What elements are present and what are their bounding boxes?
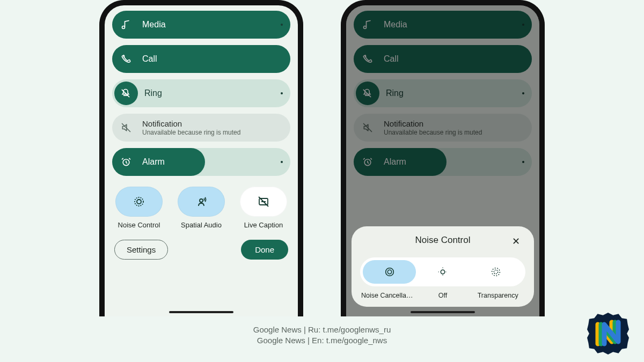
volume-fill-call (112, 45, 290, 73)
volume-label: Notification (142, 119, 240, 128)
volume-label: Call (142, 54, 157, 64)
phone-icon (121, 54, 131, 64)
volume-row-media[interactable]: Media (112, 11, 290, 39)
done-button[interactable]: Done (241, 240, 288, 260)
alarm-icon (121, 157, 131, 167)
svg-point-2 (135, 197, 143, 206)
noise-control-segmented (360, 257, 525, 286)
home-indicator[interactable] (411, 311, 475, 313)
settings-button[interactable]: Settings (114, 240, 168, 260)
phone-left: Media Call (99, 0, 303, 316)
noise-control-sheet: Noise Control ✕ (352, 226, 534, 307)
close-icon: ✕ (512, 236, 520, 247)
chip-spatial-audio[interactable] (178, 187, 225, 217)
option-noise-cancellation[interactable] (363, 260, 416, 284)
volume-off-icon (121, 122, 131, 133)
volume-label: Ring (144, 88, 162, 98)
volume-row-ring[interactable]: Ring (112, 79, 290, 107)
phone-right: Media Call (341, 0, 545, 316)
chip-label: Noise Control (118, 221, 160, 229)
chip-label: Spatial Audio (181, 221, 222, 229)
svg-point-10 (492, 268, 500, 276)
attribution-text: Google News | Ru: t.me/googlenws_ru Goog… (253, 324, 391, 346)
volume-label: Alarm (142, 157, 165, 167)
volume-label: Media (142, 20, 166, 29)
volume-row-notification: Notification Unavailable because ring is… (112, 114, 290, 142)
close-button[interactable]: ✕ (508, 234, 523, 249)
slider-handle-dot[interactable] (281, 92, 283, 94)
volume-fill-media (112, 11, 290, 39)
slider-handle-dot[interactable] (281, 161, 283, 163)
bell-off-icon (120, 88, 131, 99)
volume-row-alarm[interactable]: Alarm (112, 148, 290, 176)
slider-handle-dot[interactable] (281, 24, 283, 26)
svg-point-8 (441, 270, 444, 274)
svg-point-1 (137, 200, 141, 204)
option-label: Noise Cancellati… (360, 292, 415, 299)
option-transparency[interactable] (470, 260, 523, 284)
chip-live-caption[interactable] (240, 187, 287, 217)
music-note-icon (121, 19, 131, 30)
volume-sublabel: Unavailable because ring is muted (142, 129, 240, 136)
option-label: Transparency (470, 292, 525, 299)
chip-noise-control[interactable] (115, 187, 163, 217)
source-logo-badge (587, 313, 629, 354)
svg-point-3 (200, 199, 203, 202)
svg-point-6 (387, 270, 391, 274)
option-off[interactable] (416, 260, 469, 284)
svg-point-7 (385, 268, 393, 276)
option-label: Off (415, 292, 471, 299)
sheet-title: Noise Control (415, 235, 471, 246)
home-indicator[interactable] (169, 311, 233, 313)
volume-row-call[interactable]: Call (112, 45, 290, 73)
svg-point-9 (494, 270, 498, 274)
chip-label: Live Caption (244, 221, 283, 229)
